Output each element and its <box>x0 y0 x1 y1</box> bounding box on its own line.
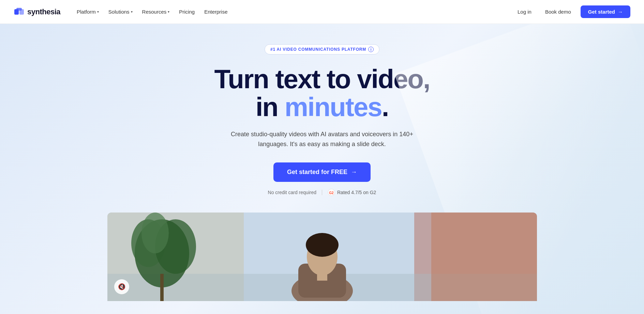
nav-item-resources[interactable]: Resources ▾ <box>138 6 174 17</box>
mute-button[interactable]: 🔇 <box>114 279 129 294</box>
logo-icon <box>14 6 25 17</box>
book-demo-link[interactable]: Book demo <box>541 6 575 17</box>
svg-point-12 <box>141 213 169 253</box>
nav-item-pricing[interactable]: Pricing <box>175 6 199 17</box>
svg-text:G2: G2 <box>329 191 334 195</box>
navbar-left: synthesia Platform ▾ Solutions ▾ Resourc… <box>14 6 232 17</box>
video-background <box>107 213 537 301</box>
g2-rating-text: Rated 4.7/5 on G2 <box>337 190 376 195</box>
brand-name: synthesia <box>27 7 60 16</box>
solutions-chevron-icon: ▾ <box>131 10 133 14</box>
hero-headline: Turn text to video, in minutes. <box>214 65 430 121</box>
navbar-right: Log in Book demo Get started → <box>513 5 630 18</box>
svg-rect-2 <box>16 8 22 11</box>
g2-icon: G2 <box>328 189 335 196</box>
nav-item-platform[interactable]: Platform ▾ <box>73 6 103 17</box>
hero-subtext: Create studio-quality videos with AI ava… <box>227 129 418 149</box>
logo[interactable]: synthesia <box>14 6 60 17</box>
platform-chevron-icon: ▾ <box>97 10 99 14</box>
svg-rect-18 <box>317 270 327 281</box>
cta-arrow-icon: → <box>351 169 357 176</box>
svg-rect-19 <box>431 213 537 301</box>
hero-section: #1 AI VIDEO COMMUNICATIONS PLATFORM i Tu… <box>0 24 644 314</box>
no-card-text: No credit card required <box>268 190 316 195</box>
get-started-hero-button[interactable]: Get started for FREE → <box>273 162 371 182</box>
g2-badge: G2 Rated 4.7/5 on G2 <box>328 189 376 196</box>
get-started-nav-button[interactable]: Get started → <box>581 5 630 18</box>
svg-rect-13 <box>160 274 164 301</box>
video-container: 🔇 <box>107 213 537 301</box>
navbar: synthesia Platform ▾ Solutions ▾ Resourc… <box>0 0 644 24</box>
hero-badge: #1 AI VIDEO COMMUNICATIONS PLATFORM i <box>265 44 379 54</box>
login-link[interactable]: Log in <box>513 6 536 17</box>
arrow-icon: → <box>618 9 623 15</box>
video-section: 🔇 <box>107 213 537 301</box>
svg-point-17 <box>306 233 339 257</box>
nav-links: Platform ▾ Solutions ▾ Resources ▾ Prici… <box>73 6 232 17</box>
hero-meta: No credit card required G2 Rated 4.7/5 o… <box>268 189 376 196</box>
nav-item-solutions[interactable]: Solutions ▾ <box>104 6 137 17</box>
meta-divider <box>322 190 322 195</box>
badge-text: #1 AI VIDEO COMMUNICATIONS PLATFORM <box>270 47 366 52</box>
info-icon: i <box>368 47 374 52</box>
mute-icon: 🔇 <box>118 283 125 291</box>
resources-chevron-icon: ▾ <box>168 10 169 14</box>
nav-item-enterprise[interactable]: Enterprise <box>200 6 231 17</box>
